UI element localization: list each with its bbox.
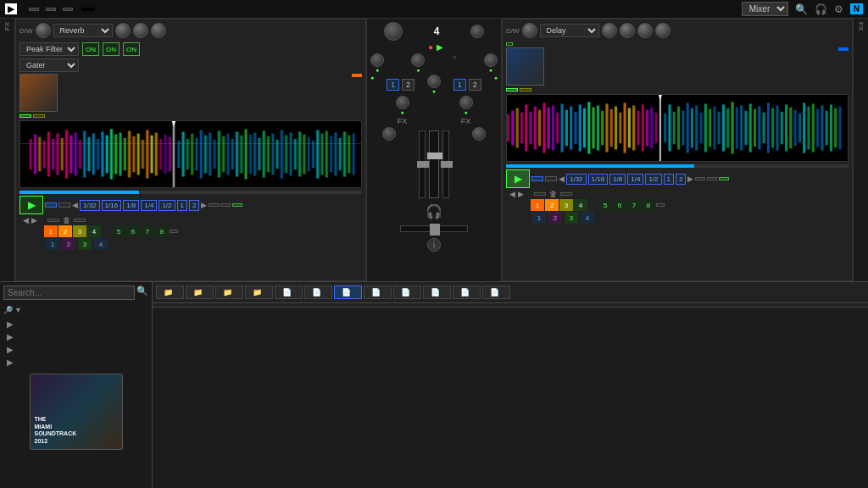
deck-b-grid-3[interactable]: 3 [565,212,578,224]
mixer-lo-right-knob[interactable] [459,96,473,109]
deck-b-active-button[interactable] [719,177,729,180]
deck-a-cue-3[interactable]: 3 [73,225,86,237]
deck-a-grid-3[interactable]: 3 [78,238,92,250]
deck-a-loop-2[interactable]: 2 [189,200,199,211]
deck-a-cue-4[interactable]: 4 [87,225,101,237]
mixer-fader-left[interactable] [419,130,426,198]
deck-a-btn-5[interactable]: 5 [112,225,125,237]
tab-preparation[interactable]: 📁 [156,286,184,299]
deck-b-cup-button[interactable] [545,176,557,181]
deck-b-btn-7[interactable]: 7 [627,199,641,211]
load-button[interactable] [63,8,73,11]
deck-a-pos-bar[interactable] [19,191,362,194]
mixer-hi-left-knob[interactable] [411,53,425,67]
tab-all-remix[interactable]: 📄 [304,286,332,299]
mixer-key-left-knob[interactable] [382,127,396,141]
mixer-key-right-knob[interactable] [472,127,486,141]
deck-b-feedbk-knob[interactable] [620,23,635,38]
deck-a-out-button[interactable] [220,203,231,207]
deck-a-load-button[interactable] [47,219,59,222]
sidebar-item-demo[interactable]: ▶ [3,330,148,343]
deck-b-effect1-select[interactable]: Delay [540,24,599,37]
deck-b-grid-2[interactable]: 2 [548,212,562,224]
tab-demo-remix[interactable]: 📄 [364,286,392,299]
mixer-fader-right[interactable] [442,130,449,198]
sidebar-search-input[interactable] [3,286,135,300]
deck-b-btn-8[interactable]: 8 [642,199,655,211]
tab-history[interactable]: 📁 [186,286,214,299]
deck-a-effect1-select[interactable]: Reverb [53,24,113,37]
tab-track-collection[interactable]: 📁 [215,286,243,299]
deck-b-loop-1-16[interactable]: 1/16 [588,174,609,185]
deck-b-trash-icon[interactable]: 🗑 [549,190,557,198]
deck-a-grid-4[interactable]: 4 [94,238,108,250]
mixer-rec-dot[interactable]: ● [428,42,433,52]
mixer-main-fader-thumb[interactable] [427,152,442,159]
deck-a-dw-knob[interactable] [36,23,51,38]
deck-b-loop-1-2[interactable]: 1/2 [645,174,661,185]
headphones-icon[interactable]: 🎧 [815,3,827,15]
deck-a-loop-1-8[interactable]: 1/8 [123,200,139,211]
deck-a-peak-knob[interactable] [133,23,148,38]
deck-b-out-button[interactable] [707,177,717,180]
deck-a-in-button[interactable] [209,203,219,207]
deck-b-cue-2[interactable]: 2 [545,199,559,211]
mixer-fader-right-thumb[interactable] [441,161,453,168]
deck-b-cue-3[interactable]: 3 [559,199,573,211]
mixer-play-icon[interactable]: ▶ [437,42,443,52]
tab-not-assigned-4[interactable]: 📄 [482,286,510,299]
deck-a-cue-button[interactable] [45,202,57,208]
mixer-drywet-knob[interactable] [384,22,403,41]
mixer-fader-left-thumb[interactable] [417,161,429,168]
deck-b-cue-4[interactable]: 4 [574,199,587,211]
deck-a-grid-1[interactable]: 1 [46,238,59,250]
deck-a-store-button[interactable] [74,219,86,222]
deck-a-sync-button[interactable] [19,114,31,118]
deck-b-map-button[interactable] [656,203,665,207]
tab-demo-tracks[interactable]: 📄 [334,286,362,299]
tab-all-tracks[interactable]: 📄 [275,286,303,299]
mixer-fx-1-right[interactable]: 1 [453,79,466,91]
deck-b-store-button[interactable] [560,192,572,196]
deck-b-sync-button[interactable] [506,88,518,92]
deck-a-effect3-select[interactable]: Gater [19,58,79,72]
mixer-info-icon[interactable]: i [427,238,441,252]
deck-a-trash-icon[interactable]: 🗑 [63,216,70,225]
deck-a-btn-8[interactable]: 8 [155,225,169,237]
mixer-crossfader[interactable] [400,225,468,232]
mixer-gain-right-knob[interactable] [484,53,498,67]
mixer-fx-2-right[interactable]: 2 [469,79,481,91]
deck-b-btn-6[interactable]: 6 [613,199,626,211]
deck-a-on1-button[interactable]: ON [82,42,99,56]
audio-button[interactable] [46,8,56,11]
settings-icon[interactable]: ⚙ [834,3,843,15]
deck-b-play-button[interactable]: ▶ [506,169,530,188]
deck-b-grid-1[interactable]: 1 [532,212,546,224]
mixer-mid-knob[interactable] [427,75,441,88]
mixer-fx-2-left[interactable]: 2 [402,79,415,91]
mixer-crossfader-thumb[interactable] [430,224,440,236]
ctrl-button[interactable] [29,8,39,11]
deck-a-map-button[interactable] [170,230,178,233]
deck-a-arrow-right[interactable]: ▶ [201,201,207,209]
deck-a-loop-1-32[interactable]: 1/32 [80,200,100,211]
tab-not-assigned-2[interactable]: 📄 [423,286,451,299]
tab-all-samples[interactable]: 📁 [245,286,273,299]
deck-b-filter-knob[interactable] [602,23,617,38]
sidebar-item-music[interactable]: ▶ [3,343,148,356]
mixer-headphone-icon[interactable]: 🎧 [426,203,442,219]
mixer-lo-left-knob[interactable] [396,96,409,109]
deck-a-master-button[interactable] [33,114,45,118]
mixer-def-knob[interactable] [470,25,484,38]
deck-b-btn-5[interactable]: 5 [598,199,612,211]
deck-a-play-button[interactable]: ▶ [19,196,43,214]
deck-b-loop-1-8[interactable]: 1/8 [609,174,626,185]
deck-b-arrow-right[interactable]: ▶ [687,175,693,183]
deck-a-on3-button[interactable]: ON [123,42,140,56]
deck-a-loop-1-2[interactable]: 1/2 [159,200,175,211]
deck-b-frz-knob[interactable] [637,23,653,38]
mixer-fx-1-left[interactable]: 1 [387,79,399,91]
deck-b-loop-2[interactable]: 2 [676,174,686,185]
deck-a-loop-1-16[interactable]: 1/16 [102,200,122,211]
deck-a-reverb-knob[interactable] [115,23,131,38]
